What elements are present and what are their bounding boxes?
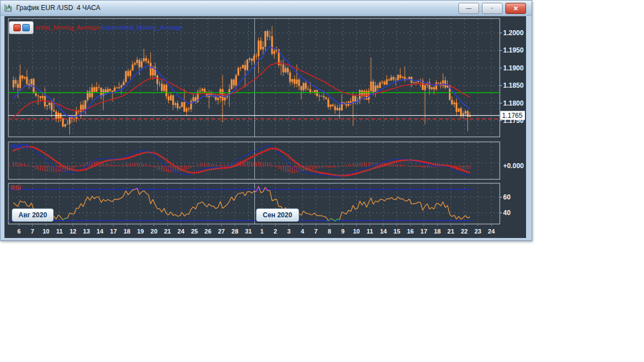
candle-body — [159, 84, 160, 84]
candle-body — [242, 65, 244, 68]
candle-body — [125, 71, 127, 82]
candle-body — [401, 77, 403, 78]
day-label: 10 — [353, 228, 359, 235]
candle-body — [179, 107, 181, 108]
candle-body — [325, 97, 327, 99]
candle-body — [51, 103, 53, 110]
price-chart-canvas[interactable]: 1.20001.19501.19001.18501.18001.17501.17… — [4, 16, 526, 238]
candle-body — [291, 79, 293, 82]
candle-body — [163, 85, 165, 91]
candle-body — [109, 89, 111, 90]
price-tick-label: 1.1950 — [503, 46, 524, 54]
candle-body — [413, 82, 415, 83]
day-label: 3 — [287, 228, 291, 235]
candle-body — [24, 77, 26, 79]
candle-body — [136, 60, 138, 63]
candle-body — [172, 95, 174, 104]
blue-chart-button-icon[interactable] — [22, 24, 30, 31]
day-label: 12 — [69, 228, 76, 235]
candle-body — [157, 75, 158, 84]
candle-body — [186, 108, 187, 112]
candle-body — [300, 86, 302, 90]
candle-body — [67, 124, 68, 125]
candle-body — [40, 96, 41, 98]
candle-body — [458, 108, 460, 112]
candle-body — [260, 41, 262, 50]
candle-body — [37, 96, 39, 96]
window-controls: — ▫ ✕ — [458, 3, 526, 14]
candle-body — [53, 110, 55, 111]
candle-body — [289, 73, 291, 82]
close-button[interactable]: ✕ — [505, 3, 526, 14]
candle-body — [35, 93, 37, 96]
candle-body — [431, 87, 433, 89]
month-tag-september: Сен 2020 — [256, 208, 299, 222]
candle-body — [298, 79, 300, 86]
candle-body — [332, 104, 334, 106]
candle-body — [174, 103, 176, 105]
day-label: 20 — [150, 228, 157, 235]
candle-body — [127, 71, 129, 76]
candle-body — [397, 75, 399, 80]
candle-body — [287, 68, 288, 73]
candle-body — [435, 83, 437, 89]
candle-body — [379, 83, 381, 88]
candle-body — [17, 84, 18, 88]
candle-body — [323, 96, 325, 97]
day-label: 7 — [314, 228, 318, 235]
day-label: 24 — [488, 228, 495, 235]
candle-body — [264, 31, 266, 47]
candle-body — [383, 82, 385, 84]
candle-body — [188, 108, 190, 109]
candle-body — [442, 80, 444, 86]
minimize-button[interactable]: — — [458, 3, 479, 14]
window-titlebar[interactable]: График EUR /USD 4 ЧАСА — ▫ ✕ — [1, 1, 532, 16]
day-label: 4 — [301, 228, 305, 235]
candle-body — [314, 90, 316, 92]
panel-border[interactable] — [8, 18, 500, 137]
candle-body — [130, 70, 131, 76]
candle-body — [467, 111, 468, 117]
candle-body — [328, 99, 329, 107]
candle-body — [46, 105, 48, 106]
candle-body — [372, 82, 374, 93]
day-label: 27 — [218, 228, 225, 235]
candle-body — [395, 79, 396, 80]
day-label: 1 — [260, 228, 263, 235]
candle-body — [132, 65, 134, 71]
candle-body — [78, 111, 79, 112]
day-label: 13 — [83, 228, 90, 235]
candle-body — [183, 102, 185, 112]
day-label: 11 — [56, 228, 63, 235]
candle-body — [269, 36, 271, 37]
day-label: 23 — [475, 228, 481, 235]
day-label: 14 — [380, 228, 387, 235]
candle-body — [238, 68, 239, 75]
candle-body — [392, 77, 394, 79]
candle-body — [105, 89, 106, 92]
candle-body — [15, 80, 16, 83]
candle-body — [98, 87, 100, 88]
candle-body — [280, 65, 282, 65]
candle-body — [386, 79, 387, 84]
candle-body — [453, 102, 455, 104]
red-chart-button-icon[interactable] — [13, 24, 21, 31]
maximize-button[interactable]: ▫ — [482, 3, 503, 14]
ema-fast-line — [13, 47, 470, 117]
panel-border[interactable] — [8, 142, 500, 179]
candle-body — [84, 100, 86, 109]
candle-body — [258, 41, 259, 56]
price-tick-label: 1.2000 — [503, 29, 524, 37]
price-tick-label: 1.1850 — [503, 82, 524, 89]
candle-body — [321, 96, 323, 96]
chart-icon — [4, 3, 13, 12]
candle-body — [334, 106, 336, 110]
day-label: 21 — [164, 228, 171, 235]
price-tick-label: 1.1800 — [503, 99, 524, 107]
candle-body — [60, 113, 61, 118]
candle-body — [319, 96, 320, 96]
candle-body — [107, 89, 108, 93]
candle-body — [82, 105, 84, 110]
day-label: 16 — [407, 228, 414, 235]
day-label: 26 — [205, 228, 211, 235]
